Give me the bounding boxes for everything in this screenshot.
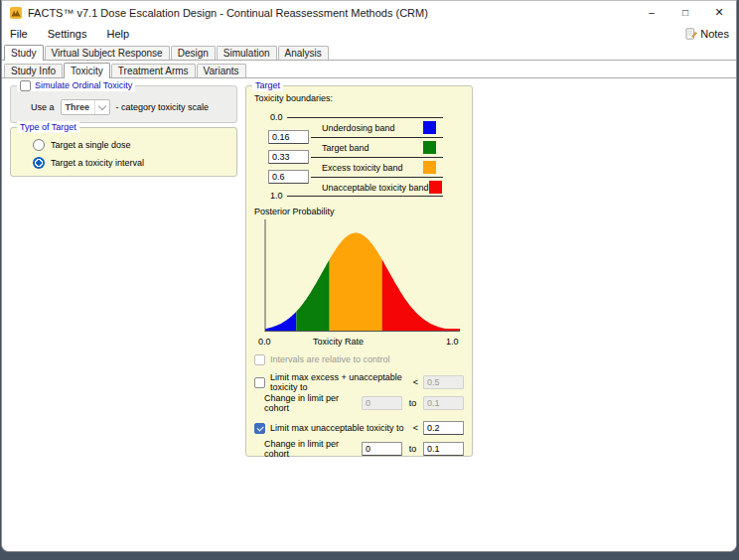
x-axis-label: Toxicity Rate xyxy=(313,337,364,347)
unacceptable-change-from-input[interactable] xyxy=(362,442,402,456)
underdosing-band-swatch xyxy=(423,121,436,134)
x-tick-min: 0.0 xyxy=(258,337,271,347)
boundary-line-top xyxy=(287,117,311,118)
menu-file[interactable]: File xyxy=(2,24,38,43)
target-single-dose-label: Target a single dose xyxy=(51,140,131,150)
chevron-down-icon xyxy=(94,100,109,114)
excess-change-label: Change in limit per cohort xyxy=(264,393,357,413)
boundary-line-bottom xyxy=(287,196,311,197)
tab-treatment-arms[interactable]: Treatment Arms xyxy=(111,64,196,77)
target-toxicity-interval-radio[interactable] xyxy=(33,157,45,169)
close-button[interactable]: ✕ xyxy=(702,1,736,24)
menu-settings[interactable]: Settings xyxy=(38,24,97,43)
intervals-relative-checkbox xyxy=(254,354,265,365)
window-title: FACTS™ v7.1 Dose Escalation Design - Con… xyxy=(28,7,428,19)
tab-analysis[interactable]: Analysis xyxy=(278,46,329,60)
limit-unacceptable-input[interactable] xyxy=(423,421,464,435)
limit-excess-checkbox[interactable] xyxy=(254,377,265,388)
toxicity-boundaries-diagram: Underdosing band Target band Excess toxi… xyxy=(268,117,443,197)
target-single-dose-radio[interactable] xyxy=(33,139,45,151)
unacceptable-band-swatch xyxy=(429,181,442,194)
limit-unacceptable-lt: < xyxy=(413,423,418,433)
excess-band-swatch xyxy=(423,161,436,174)
limit-excess-label: Limit max excess + unacceptable toxicity… xyxy=(270,372,408,392)
limit-excess-row: Limit max excess + unacceptable toxicity… xyxy=(254,375,464,389)
target-toxicity-interval-label: Target a toxicity interval xyxy=(51,158,144,168)
boundary-2-input[interactable] xyxy=(268,150,309,164)
tab-study[interactable]: Study xyxy=(4,45,44,61)
menu-help[interactable]: Help xyxy=(96,24,139,43)
target-band-label: Target band xyxy=(322,143,370,153)
boundary-1-input[interactable] xyxy=(268,130,309,144)
band-list: Underdosing band Target band Excess toxi… xyxy=(311,117,443,197)
boundary-0-label: 0.0 xyxy=(270,112,283,122)
excess-change-to-input xyxy=(423,396,464,410)
simulate-ordinal-toxicity-label: Simulate Ordinal Toxicity xyxy=(35,79,132,91)
excess-change-to-word: to xyxy=(407,398,418,408)
unacceptable-change-to-input[interactable] xyxy=(423,442,464,456)
limit-unacceptable-label: Limit max unacceptable toxicity to xyxy=(270,423,408,433)
excess-change-from-input xyxy=(362,396,402,410)
simulate-ordinal-toxicity-checkbox[interactable] xyxy=(20,80,31,91)
band-row-unacceptable: Unacceptable toxicity band xyxy=(311,177,443,197)
title-bar: FACTS™ v7.1 Dose Escalation Design - Con… xyxy=(2,1,736,24)
unacceptable-change-label: Change in limit per cohort xyxy=(264,439,357,459)
toxicity-boundaries-label: Toxicity boundaries: xyxy=(254,93,333,103)
band-row-underdosing: Underdosing band xyxy=(311,117,443,137)
excess-change-row: Change in limit per cohort to xyxy=(264,396,464,410)
notes-label: Notes xyxy=(700,28,729,40)
underdosing-band-label: Underdosing band xyxy=(322,123,395,133)
window-controls: – □ ✕ xyxy=(635,1,736,24)
intervals-relative-row: Intervals are relative to control xyxy=(254,352,464,366)
simulate-ordinal-toxicity-legend: Simulate Ordinal Toxicity xyxy=(17,79,135,91)
sub-tab-strip: Study Info Toxicity Treatment Arms Varia… xyxy=(2,61,736,78)
tab-study-info[interactable]: Study Info xyxy=(4,64,63,77)
minimize-button[interactable]: – xyxy=(635,1,668,24)
band-row-excess: Excess toxicity band xyxy=(311,157,443,177)
toxicity-scale-value: Three xyxy=(62,102,94,112)
app-window: FACTS™ v7.1 Dose Escalation Design - Con… xyxy=(1,0,737,552)
unacceptable-band-label: Unacceptable toxicity band xyxy=(322,183,429,193)
notes-button[interactable]: Notes xyxy=(685,28,729,40)
app-logo-icon xyxy=(10,7,22,19)
use-a-label: Use a xyxy=(31,102,55,112)
boundary-3-input[interactable] xyxy=(268,170,309,184)
unacceptable-change-row: Change in limit per cohort to xyxy=(264,442,464,456)
band-row-target: Target band xyxy=(311,137,443,157)
unacceptable-change-to-word: to xyxy=(407,444,418,454)
chart-title: Posterior Probability xyxy=(254,207,335,216)
posterior-probability-chart xyxy=(260,216,463,336)
tab-design[interactable]: Design xyxy=(171,46,216,60)
toxicity-page: Simulate Ordinal Toxicity Use a Three - … xyxy=(2,78,736,552)
intervals-relative-label: Intervals are relative to control xyxy=(270,354,390,364)
target-band-swatch xyxy=(423,141,436,154)
tab-variants[interactable]: Variants xyxy=(197,64,246,77)
limit-excess-input xyxy=(423,375,464,389)
tab-simulation[interactable]: Simulation xyxy=(217,46,277,60)
main-tab-strip: Study Virtual Subject Response Design Si… xyxy=(2,43,736,61)
maximize-button[interactable]: □ xyxy=(668,1,702,24)
type-of-target-legend: Type of Target xyxy=(17,121,79,133)
notes-icon xyxy=(685,28,697,40)
limit-unacceptable-checkbox[interactable] xyxy=(254,423,265,434)
toxicity-scale-dropdown: Three xyxy=(61,99,110,115)
boundary-4-label: 1.0 xyxy=(270,191,283,201)
tab-virtual-subject-response[interactable]: Virtual Subject Response xyxy=(45,46,170,60)
target-legend: Target xyxy=(252,79,283,91)
limit-unacceptable-row: Limit max unacceptable toxicity to < xyxy=(254,421,464,435)
menu-bar: File Settings Help Notes xyxy=(2,24,736,43)
excess-band-label: Excess toxicity band xyxy=(322,163,403,173)
tab-toxicity[interactable]: Toxicity xyxy=(64,63,110,78)
limit-excess-lt: < xyxy=(413,377,418,387)
type-of-target-group: Type of Target Target a single dose Targ… xyxy=(10,127,237,177)
x-tick-max: 1.0 xyxy=(446,337,459,347)
simulate-ordinal-toxicity-group: Simulate Ordinal Toxicity Use a Three - … xyxy=(10,85,237,123)
target-group: Target Toxicity boundaries: Underdosing … xyxy=(245,85,473,457)
category-scale-label: - category toxicity scale xyxy=(116,102,210,112)
